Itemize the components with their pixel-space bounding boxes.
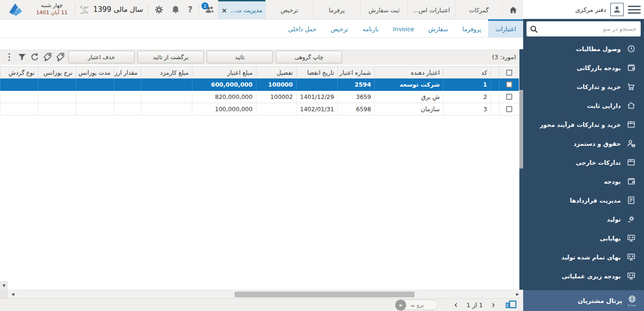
- subtab-credits[interactable]: اعتبارات: [488, 19, 523, 37]
- select-all-checkbox[interactable]: [506, 70, 512, 76]
- fiscal-period-label: دوره مالی: [78, 4, 91, 15]
- tab-clearance[interactable]: ترخیص: [265, 0, 313, 19]
- cell-fee-amount: [141, 79, 192, 90]
- previous-page-icon[interactable]: [453, 302, 459, 309]
- menu-icon[interactable]: [628, 6, 641, 14]
- refresh-icon[interactable]: [30, 52, 40, 62]
- cell-usance-duration: [76, 79, 114, 90]
- card-view-icon[interactable]: [505, 300, 517, 310]
- subtab-order[interactable]: سفارش: [421, 19, 455, 37]
- tab-order-registration[interactable]: ثبت سفارش: [360, 0, 408, 19]
- filter-icon[interactable]: [17, 52, 27, 62]
- scroll-right-arrow-icon[interactable]: ▶: [514, 290, 521, 298]
- row-checkbox[interactable]: [506, 106, 512, 112]
- add-tag-icon[interactable]: [43, 52, 53, 62]
- package-icon: [626, 120, 636, 129]
- tab-credits-docs[interactable]: اعتبارات اس...: [408, 0, 455, 19]
- sidebar-item-costing[interactable]: بهایابی: [523, 229, 644, 248]
- sidebar-item-purchase-procurement[interactable]: خرید و تدارکات: [523, 77, 644, 96]
- subtab-proforma[interactable]: پروفرما: [455, 19, 489, 37]
- scroll-left-arrow-icon[interactable]: ◀: [9, 290, 17, 298]
- horizontal-scrollbar[interactable]: ◀ ▶: [0, 290, 523, 298]
- row-checkbox[interactable]: [506, 94, 512, 100]
- sidebar-item-fixed-assets[interactable]: دارایی ثابت: [523, 96, 644, 115]
- group-print-button[interactable]: چاپ گروهی: [276, 51, 342, 63]
- column-header-fee-amount[interactable]: مبلغ کارمزد: [141, 67, 192, 78]
- row-checkbox[interactable]: [506, 81, 512, 88]
- delete-credit-button[interactable]: حذف اعتبار: [68, 51, 135, 63]
- go-arrow-icon[interactable]: [395, 300, 406, 311]
- table-row[interactable]: 2ش برق36591401/12/29100002820,000,000: [0, 91, 519, 103]
- sidebar-item-label: تولید: [607, 216, 621, 223]
- home-icon: [508, 5, 518, 15]
- confirm-button[interactable]: تائید: [207, 51, 273, 63]
- column-header-usance-duration[interactable]: مدت یوزانس: [76, 67, 114, 78]
- sidebar-item-production[interactable]: تولید: [523, 210, 644, 229]
- grid-vertical-scrollbar[interactable]: ▼: [0, 66, 8, 290]
- sidebar-item-label: تدارکات خارجی: [576, 159, 621, 166]
- separator: [75, 4, 75, 15]
- goto-page-control[interactable]: برو به: [396, 300, 438, 310]
- sidebar-item-label: حقوق و دستمزد: [573, 140, 621, 147]
- subtab-invoice[interactable]: Invoice: [386, 19, 421, 37]
- tag-settings-icon[interactable]: [55, 52, 65, 62]
- users-icon[interactable]: 2: [205, 5, 215, 15]
- cell-credit-amount: 600,000,000: [192, 79, 256, 90]
- column-header-detail[interactable]: تفصیل: [256, 67, 296, 78]
- sidebar-item-budget[interactable]: بودجه: [523, 172, 644, 191]
- close-icon[interactable]: ×: [222, 7, 227, 14]
- subtab-clearance[interactable]: ترخیص: [324, 19, 355, 37]
- tab-proforma[interactable]: پرفرما: [313, 0, 360, 19]
- header-checkbox-cell: [499, 67, 519, 78]
- sidebar-item-contract-management[interactable]: مدیریت قراردادها: [523, 191, 644, 210]
- toolbar-buttons: حذف اعتباربرگشت از تائیدتائیدچاپ گروهی: [67, 51, 344, 63]
- user-avatar[interactable]: [610, 3, 624, 16]
- table-row[interactable]: 3سازمان65981402/01/31100,000,000: [0, 103, 519, 116]
- subtab-domestic-transport[interactable]: حمل داخلی: [281, 19, 324, 37]
- horizontal-scrollbar-thumb[interactable]: [235, 292, 415, 297]
- tab-management[interactable]: مدیریت ت...×: [218, 0, 265, 19]
- undo-confirm-button[interactable]: برگشت از تائید: [137, 51, 204, 63]
- sidebar-item-customer-portal[interactable]: E-Care پرتال مشتریان: [523, 290, 644, 311]
- tab-home[interactable]: [502, 0, 523, 19]
- sidebar-item-process-procurement[interactable]: خرید و تدارکات فرآیند محور: [523, 115, 644, 134]
- column-header-usance-rate[interactable]: نرخ یوزانس: [38, 67, 76, 78]
- vertical-scrollbar-thumb[interactable]: [519, 90, 523, 169]
- fiscal-year-value[interactable]: سال مالی 1399: [93, 5, 143, 14]
- sidebar-item-receivables-collection[interactable]: وصول مطالبات: [523, 39, 644, 58]
- gear-icon[interactable]: [154, 5, 164, 15]
- sidebar-item-label: خرید و تدارکات: [577, 83, 621, 90]
- cell-credit-number: 2594: [337, 79, 374, 90]
- column-header-creditor[interactable]: اعتبار دهنده: [374, 67, 443, 78]
- scroll-down-arrow-icon[interactable]: ▼: [0, 281, 8, 290]
- sidebar-item-commercial-budget[interactable]: بودجه بازرگانی: [523, 58, 644, 77]
- column-header-credit-number[interactable]: شماره اعتبار: [337, 67, 374, 78]
- column-header-code[interactable]: کد: [443, 67, 490, 78]
- column-header-expiry-date[interactable]: تاریخ انقضا: [296, 67, 337, 78]
- column-header-currency-amount[interactable]: مقدار ارز: [114, 67, 141, 78]
- monitor-icon: [626, 271, 636, 281]
- table-row[interactable]: 1شرکت توسعه2594100000600,000,000: [0, 79, 519, 91]
- sidebar-item-payroll[interactable]: حقوق و دستمزد: [523, 134, 644, 153]
- app-logo-icon: [5, 1, 26, 18]
- sidebar-item-production-cost[interactable]: بهای تمام شده تولید: [523, 248, 644, 267]
- search-icon[interactable]: [529, 25, 538, 34]
- cell-fee-amount: [141, 91, 192, 103]
- bell-icon[interactable]: [171, 5, 181, 15]
- sidebar-item-foreign-procurement[interactable]: تدارکات خارجی: [523, 153, 644, 172]
- column-header-credit-amount[interactable]: مبلغ اعتبار: [192, 67, 256, 78]
- help-icon[interactable]: ?: [188, 5, 192, 14]
- subtab-bill-of-lading[interactable]: بارنامه: [355, 19, 386, 37]
- next-page-icon[interactable]: [490, 302, 496, 309]
- globe-icon: E-Care: [627, 294, 637, 307]
- more-options-icon[interactable]: [4, 52, 14, 62]
- menu-search-input[interactable]: [538, 26, 639, 32]
- sidebar-item-operational-budgeting[interactable]: بودجه ریزی عملیاتی: [523, 267, 644, 285]
- row-indicator-cell: [490, 79, 499, 90]
- page-vertical-scrollbar[interactable]: [519, 49, 523, 290]
- cell-fee-amount: [141, 103, 192, 115]
- tab-customs[interactable]: گمرکات: [455, 0, 502, 19]
- tab-label: ترخیص: [281, 7, 298, 14]
- cell-currency-amount: [114, 91, 141, 103]
- monitor-icon: [626, 233, 636, 243]
